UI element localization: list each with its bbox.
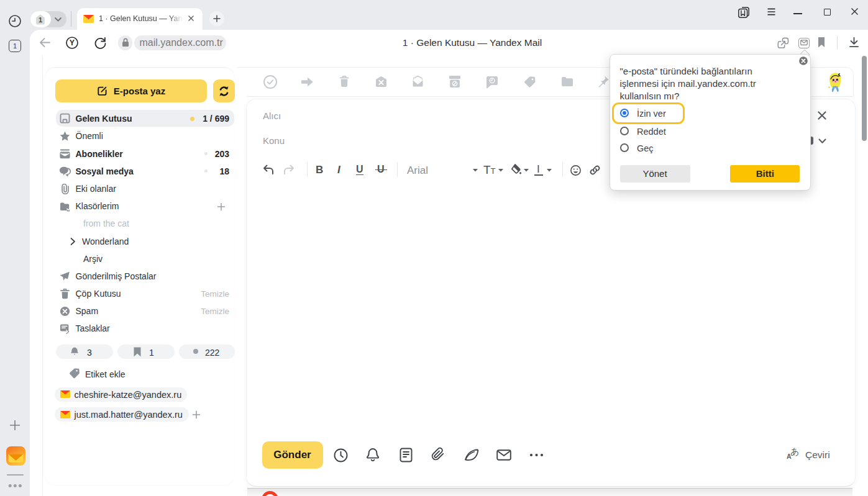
svg-text:1: 1 [39,16,42,23]
svg-text:Y: Y [70,38,75,47]
